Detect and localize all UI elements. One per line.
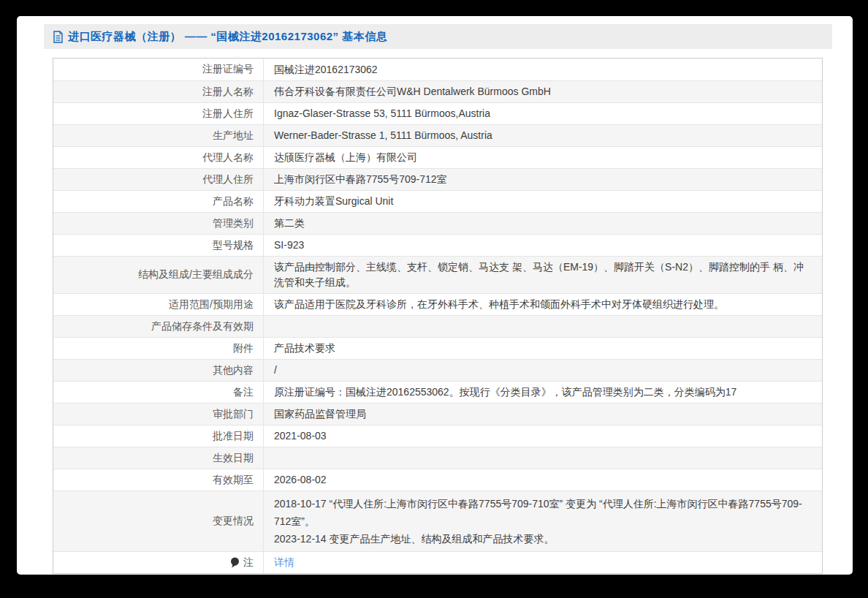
row-value-text: / bbox=[274, 363, 277, 378]
table-row: 审批部门国家药品监督管理局 bbox=[53, 403, 822, 425]
row-value: 详情 bbox=[264, 552, 822, 573]
row-label: 注册人住所 bbox=[53, 103, 264, 124]
row-label: 产品名称 bbox=[53, 191, 264, 212]
table-row: 管理类别第二类 bbox=[53, 212, 822, 234]
table-row: 生产地址Werner-Bader-Strasse 1, 5111 Bürmoos… bbox=[53, 124, 822, 146]
row-label-text: 注册人名称 bbox=[202, 86, 254, 99]
row-value-text: 2026-08-02 bbox=[274, 472, 327, 488]
table-row: 注详情 bbox=[53, 551, 822, 573]
row-value: 产品技术要求 bbox=[264, 338, 822, 359]
row-value: 2026-08-02 bbox=[264, 469, 822, 491]
row-label: 生产地址 bbox=[53, 125, 264, 146]
row-value: 原注册证编号：国械注进20162553062。按现行《分类目录》，该产品管理类别… bbox=[264, 382, 822, 403]
row-value-line: 2018-10-17 “代理人住所:上海市闵行区中春路7755号709-710室… bbox=[274, 495, 813, 530]
row-label-text: 生产地址 bbox=[213, 129, 254, 143]
table-row: 注册人名称伟合牙科设备有限责任公司W&H Dentalwerk Bürmoos … bbox=[53, 80, 822, 102]
row-label: 适用范围/预期用途 bbox=[53, 294, 264, 315]
table-row: 产品储存条件及有效期 bbox=[53, 315, 822, 337]
row-label-text: 变更情况 bbox=[213, 515, 254, 528]
row-label: 产品储存条件及有效期 bbox=[53, 316, 264, 337]
row-value: 该产品由控制部分、主线缆、支杆、锁定销、马达支 架、马达（EM-19）、脚踏开关… bbox=[264, 257, 822, 293]
table-row: 产品名称牙科动力装置Surgical Unit bbox=[53, 190, 822, 212]
row-value-line: 2023-12-14 变更产品生产地址、结构及组成和产品技术要求。 bbox=[274, 530, 813, 548]
row-label-text: 产品储存条件及有效期 bbox=[151, 320, 254, 333]
row-value bbox=[264, 447, 822, 469]
row-value-text: SI-923 bbox=[274, 238, 304, 253]
row-value-text: 牙科动力装置Surgical Unit bbox=[274, 194, 393, 209]
row-label-text: 注册证编号 bbox=[202, 63, 254, 76]
row-label-text: 适用范围/预期用途 bbox=[169, 298, 254, 311]
table-row: 代理人名称达颀医疗器械（上海）有限公司 bbox=[53, 146, 822, 168]
row-value-text: 产品技术要求 bbox=[274, 341, 335, 356]
row-label: 审批部门 bbox=[53, 404, 264, 425]
content-panel: 进口医疗器械（注册） —— “国械注进20162173062” 基本信息 注册证… bbox=[17, 16, 853, 575]
row-label-text: 审批部门 bbox=[213, 408, 254, 421]
table-row: 批准日期2021-08-03 bbox=[53, 425, 822, 447]
row-value: 牙科动力装置Surgical Unit bbox=[264, 191, 822, 212]
table-row: 型号规格SI-923 bbox=[53, 234, 822, 256]
table-row: 附件产品技术要求 bbox=[53, 337, 822, 359]
row-value-text: 该产品适用于医院及牙科诊所，在牙外科手术、种植手术和颌面外科手术中对牙体硬组织进… bbox=[274, 297, 724, 312]
row-label: 其他内容 bbox=[53, 360, 264, 381]
row-value: 第二类 bbox=[264, 213, 822, 234]
row-label-text: 其他内容 bbox=[213, 364, 254, 377]
row-label: 型号规格 bbox=[53, 235, 264, 256]
table-row: 生效日期 bbox=[53, 447, 822, 469]
row-value: SI-923 bbox=[264, 235, 822, 256]
row-label: 管理类别 bbox=[53, 213, 264, 234]
row-label: 代理人名称 bbox=[53, 147, 264, 168]
row-label-text: 代理人名称 bbox=[202, 151, 254, 164]
table-row: 注册证编号国械注进20162173062 bbox=[53, 58, 822, 80]
row-label: 代理人住所 bbox=[53, 169, 264, 190]
row-label: 注册证编号 bbox=[53, 58, 264, 80]
page-title: 进口医疗器械（注册） —— “国械注进20162173062” 基本信息 bbox=[68, 30, 387, 44]
row-value: 达颀医疗器械（上海）有限公司 bbox=[264, 147, 822, 168]
row-value-text: 该产品由控制部分、主线缆、支杆、锁定销、马达支 架、马达（EM-19）、脚踏开关… bbox=[274, 260, 813, 290]
row-value: 上海市闵行区中春路7755号709-712室 bbox=[264, 169, 822, 190]
row-value-text: 上海市闵行区中春路7755号709-712室 bbox=[274, 172, 447, 187]
row-label-text: 生效日期 bbox=[213, 452, 254, 465]
row-value: 2018-10-17 “代理人住所:上海市闵行区中春路7755号709-710室… bbox=[264, 491, 822, 551]
table-row: 适用范围/预期用途该产品适用于医院及牙科诊所，在牙外科手术、种植手术和颌面外科手… bbox=[53, 293, 822, 315]
row-label: 有效期至 bbox=[53, 469, 264, 491]
document-icon bbox=[53, 31, 64, 43]
table-row: 备注原注册证编号：国械注进20162553062。按现行《分类目录》，该产品管理… bbox=[53, 381, 822, 403]
row-label: 变更情况 bbox=[53, 491, 264, 551]
table-row: 代理人住所上海市闵行区中春路7755号709-712室 bbox=[53, 168, 822, 190]
row-label: 附件 bbox=[53, 338, 264, 359]
row-label-text: 型号规格 bbox=[213, 239, 254, 252]
row-label: 结构及组成/主要组成成分 bbox=[53, 257, 264, 293]
row-label-text: 备注 bbox=[233, 386, 254, 399]
row-value: 伟合牙科设备有限责任公司W&H Dentalwerk Bürmoos GmbH bbox=[264, 81, 822, 102]
row-label: 注册人名称 bbox=[53, 81, 264, 102]
table-row: 有效期至2026-08-02 bbox=[53, 469, 822, 491]
row-value-text: 2021-08-03 bbox=[274, 428, 327, 444]
comment-icon bbox=[230, 557, 240, 568]
row-value: Ignaz-Glaser-Strasse 53, 5111 Bürmoos,Au… bbox=[264, 103, 822, 124]
row-value: 该产品适用于医院及牙科诊所，在牙外科手术、种植手术和颌面外科手术中对牙体硬组织进… bbox=[264, 294, 822, 315]
row-value-text: 国家药品监督管理局 bbox=[274, 406, 366, 422]
page-header: 进口医疗器械（注册） —— “国械注进20162173062” 基本信息 bbox=[44, 24, 832, 49]
row-value bbox=[264, 316, 822, 337]
row-value-text: 达颀医疗器械（上海）有限公司 bbox=[274, 150, 417, 165]
detail-link[interactable]: 详情 bbox=[274, 555, 294, 570]
row-label-text: 管理类别 bbox=[213, 217, 254, 230]
row-value: Werner-Bader-Strasse 1, 5111 Bürmoos, Au… bbox=[264, 125, 822, 146]
info-table: 注册证编号国械注进20162173062注册人名称伟合牙科设备有限责任公司W&H… bbox=[53, 58, 823, 574]
row-value-text: 原注册证编号：国械注进20162553062。按现行《分类目录》，该产品管理类别… bbox=[274, 385, 736, 400]
table-row: 注册人住所Ignaz-Glaser-Strasse 53, 5111 Bürmo… bbox=[53, 102, 822, 124]
row-label: 生效日期 bbox=[53, 447, 264, 469]
row-label-text: 结构及组成/主要组成成分 bbox=[138, 268, 254, 281]
row-label-text: 代理人住所 bbox=[202, 173, 254, 186]
row-value: 国械注进20162173062 bbox=[264, 58, 822, 80]
row-label-text: 注 bbox=[243, 556, 254, 569]
row-label-text: 产品名称 bbox=[213, 195, 254, 208]
row-value-text: Werner-Bader-Strasse 1, 5111 Bürmoos, Au… bbox=[274, 128, 492, 143]
row-label-text: 注册人住所 bbox=[202, 107, 254, 121]
row-label-text: 有效期至 bbox=[213, 474, 254, 487]
table-row: 其他内容/ bbox=[53, 359, 822, 381]
table-row: 变更情况2018-10-17 “代理人住所:上海市闵行区中春路7755号709-… bbox=[53, 491, 822, 551]
row-value-text: 国械注进20162173062 bbox=[274, 62, 378, 77]
row-value-text: 第二类 bbox=[274, 216, 305, 231]
row-label: 注 bbox=[53, 552, 264, 573]
